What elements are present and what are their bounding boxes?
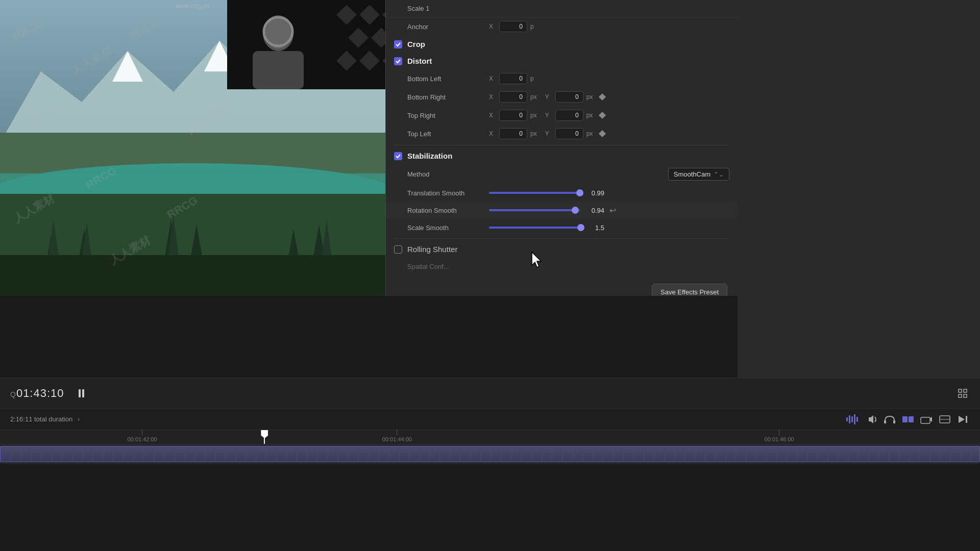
anchor-x-field[interactable]: 0 <box>499 21 527 32</box>
tl-y-axis: Y <box>545 130 552 137</box>
rotation-slider-fill <box>489 209 575 211</box>
svg-rect-48 <box>921 417 930 423</box>
spatial-conform-label: Spatial Conf... <box>407 263 489 270</box>
translation-slider-container: 0.99 <box>489 189 729 197</box>
waveform-icon[interactable] <box>846 413 860 426</box>
top-right-values: X 0 px Y 0 px <box>489 110 729 121</box>
br-y-unit: px <box>586 93 593 101</box>
fullscreen-icon <box>958 388 968 398</box>
rolling-shutter-checkbox[interactable] <box>394 245 402 254</box>
rotation-smooth-value: 0.94 <box>584 207 604 214</box>
duration-text: 2:16:11 total duration <box>10 415 72 423</box>
timeline-ruler: 00:01:42:00 00:01:44:00 00:01:46:00 <box>0 430 980 444</box>
translation-smooth-value: 0.99 <box>584 189 604 197</box>
bottom-right-label: Bottom Right <box>407 93 489 101</box>
tl-y-field[interactable]: 0 <box>555 128 583 139</box>
webcam-overlay <box>227 0 385 89</box>
stabilization-section-header[interactable]: Stabilization <box>386 147 738 164</box>
rotation-slider-track[interactable] <box>489 209 581 211</box>
bl-x-field[interactable]: 0 <box>499 73 527 84</box>
bottom-bar: Q01:43:10 2:16:11 total dur <box>0 378 980 551</box>
scale-row: Scale 1 <box>386 0 738 17</box>
fullscreen-button[interactable] <box>955 386 970 400</box>
top-area: RRCG RRCG 人人素材 RRCG 人人素材 RRCG 人人素材 RRCG … <box>0 0 980 378</box>
bl-x-axis: X <box>489 75 496 82</box>
timeline-track[interactable] <box>0 444 980 464</box>
camera-svg <box>920 414 933 424</box>
distort-title: Distort <box>407 57 432 65</box>
crop-title: Crop <box>407 40 425 48</box>
scale-slider-thumb[interactable] <box>577 224 584 231</box>
rotation-reset-button[interactable]: ↩ <box>607 205 618 215</box>
skip-end-icon[interactable] <box>957 413 970 426</box>
playhead[interactable] <box>264 430 265 444</box>
timecode-prefix: Q <box>10 390 16 398</box>
distort-checkbox[interactable] <box>394 57 402 65</box>
svg-rect-42 <box>854 414 855 424</box>
anchor-label: Anchor <box>407 23 489 31</box>
save-effects-preset-button[interactable]: Save Effects Preset <box>652 284 727 296</box>
rotation-slider-thumb[interactable] <box>572 207 579 214</box>
svg-rect-45 <box>893 420 895 423</box>
ratio-icon[interactable] <box>938 413 951 426</box>
bl-x-unit: p <box>530 75 534 82</box>
crop-section-header[interactable]: Crop <box>386 36 738 53</box>
tr-x-unit: px <box>530 112 537 119</box>
svg-rect-46 <box>902 416 908 422</box>
app-container: RRCG RRCG 人人素材 RRCG 人人素材 RRCG 人人素材 RRCG … <box>0 0 980 551</box>
mark-2: 00:01:44:00 <box>382 430 412 442</box>
svg-rect-19 <box>0 255 385 296</box>
distort-check-icon <box>396 59 401 64</box>
mark-2-label: 00:01:44:00 <box>382 436 412 442</box>
svg-rect-44 <box>884 420 886 423</box>
rolling-shutter-section-header[interactable]: Rolling Shutter <box>386 241 738 258</box>
mark-3-label: 00:01:46:00 <box>765 436 794 442</box>
bottom-left-values: X 0 p <box>489 73 729 84</box>
br-y-field[interactable]: 0 <box>555 91 583 103</box>
tl-x-axis: X <box>489 130 496 137</box>
svg-rect-32 <box>253 51 304 89</box>
mark-2-line <box>397 430 397 435</box>
waveform-svg <box>846 414 860 424</box>
scale-smooth-label: Scale Smooth <box>407 224 489 232</box>
stab-check-icon <box>396 154 401 159</box>
svg-rect-40 <box>849 415 850 423</box>
svg-rect-43 <box>856 417 858 422</box>
video-preview-section: RRCG RRCG 人人素材 RRCG 人人素材 RRCG 人人素材 RRCG … <box>0 0 385 296</box>
svg-rect-47 <box>909 416 914 422</box>
ratio-svg <box>938 414 951 424</box>
tl-x-field[interactable]: 0 <box>499 128 527 139</box>
pause-button[interactable] <box>75 386 89 400</box>
rotation-smooth-label: Rotation Smooth <box>407 207 489 214</box>
distort-section-header[interactable]: Distort <box>386 53 738 69</box>
mark-1: 00:01:42:00 <box>128 430 157 442</box>
timeline-clip[interactable] <box>0 446 980 462</box>
crop-checkbox[interactable] <box>394 40 402 48</box>
scale-slider-track[interactable] <box>489 227 581 229</box>
br-x-unit: px <box>530 93 537 101</box>
translation-slider-thumb[interactable] <box>576 189 583 196</box>
timecode-display: Q01:43:10 <box>10 387 64 400</box>
pause-icon <box>79 389 84 397</box>
br-x-field[interactable]: 0 <box>499 91 527 103</box>
inspector-panel: Scale 1 Anchor X 0 p Crop <box>385 0 738 296</box>
br-keyframe-diamond <box>599 93 606 101</box>
scale-slider-fill <box>489 227 581 229</box>
stabilization-checkbox[interactable] <box>394 152 402 160</box>
tr-x-field[interactable]: 0 <box>499 110 527 121</box>
translation-slider-track[interactable] <box>489 192 581 194</box>
camera-icon[interactable] <box>920 413 933 426</box>
method-dropdown[interactable]: SmoothCam ⌃⌄ <box>668 168 729 181</box>
audio-icon[interactable] <box>865 413 878 426</box>
top-right-row: Top Right X 0 px Y 0 px <box>386 106 738 124</box>
translation-smooth-row: Translation Smooth 0.99 <box>386 184 738 202</box>
separator-2 <box>394 238 729 239</box>
tr-y-field[interactable]: 0 <box>555 110 583 121</box>
edit-mode-icon[interactable] <box>901 413 915 426</box>
duration-expand-arrow[interactable]: › <box>78 416 80 423</box>
mark-3-line <box>779 430 779 435</box>
top-right-label: Top Right <box>407 112 489 119</box>
top-left-values: X 0 px Y 0 px <box>489 128 729 139</box>
headphones-icon[interactable] <box>883 413 896 426</box>
svg-rect-37 <box>959 394 962 397</box>
